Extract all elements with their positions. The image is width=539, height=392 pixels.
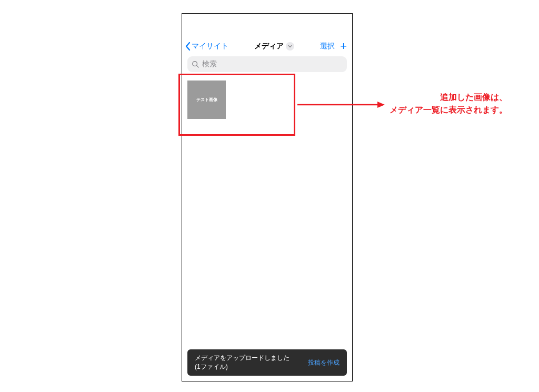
toast-action-button[interactable]: 投稿を作成 (308, 358, 340, 367)
status-bar-spacer (182, 14, 352, 37)
annotation-arrow-icon (297, 100, 385, 109)
nav-right: 選択 + (320, 41, 347, 52)
chevron-down-icon (288, 44, 292, 48)
title-dropdown-icon (286, 42, 294, 51)
toast-line2: (1ファイル) (195, 363, 290, 371)
annotation-line2: メディア一覧に表示されます。 (376, 104, 507, 116)
add-button[interactable]: + (340, 41, 347, 52)
toast-line1: メディアをアップロードしました (195, 354, 290, 363)
back-button[interactable]: マイサイト (185, 42, 228, 51)
annotation-line1: 追加した画像は、 (376, 91, 507, 104)
back-label: マイサイト (192, 42, 228, 51)
page-title-button[interactable]: メディア (254, 42, 294, 51)
select-button[interactable]: 選択 (320, 42, 335, 51)
media-grid: テスト画像 メディアをアップロードしました (1ファイル) 投稿を作成 (182, 75, 352, 381)
search-input[interactable]: 検索 (187, 56, 347, 72)
search-placeholder: 検索 (202, 59, 217, 69)
chevron-left-icon (185, 42, 191, 51)
media-thumb-label: テスト画像 (196, 97, 217, 103)
phone-frame: マイサイト メディア 選択 + 検索 テスト画像 メディアをアップロー (182, 13, 353, 381)
toast-message: メディアをアップロードしました (1ファイル) (195, 354, 290, 371)
upload-toast: メディアをアップロードしました (1ファイル) 投稿を作成 (187, 349, 347, 376)
page-title: メディア (254, 42, 284, 51)
search-icon (192, 61, 199, 68)
svg-line-1 (197, 66, 199, 68)
nav-bar: マイサイト メディア 選択 + (182, 37, 352, 55)
media-item[interactable]: テスト画像 (187, 81, 226, 119)
annotation-text: 追加した画像は、 メディア一覧に表示されます。 (376, 91, 507, 116)
